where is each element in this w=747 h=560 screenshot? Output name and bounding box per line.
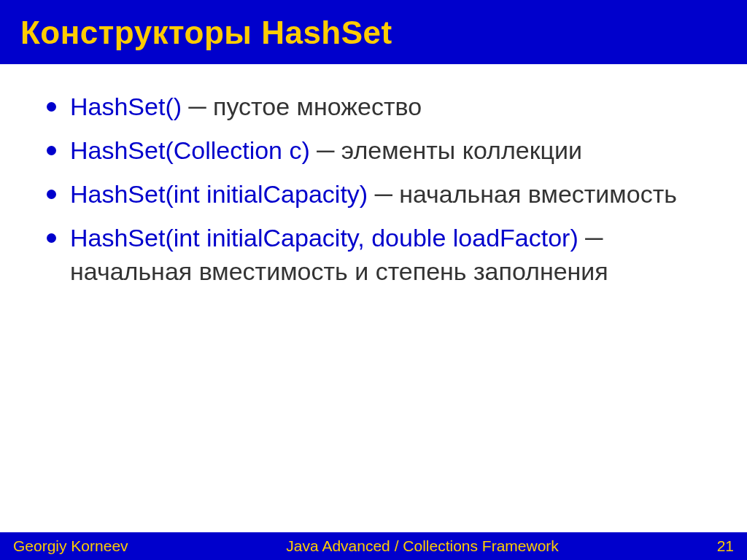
constructor-description: элементы коллекции [341,136,582,164]
slide: Конструкторы HashSet HashSet() ─ пустое … [0,0,747,560]
slide-title: Конструкторы HashSet [20,15,727,51]
footer-course: Java Advanced / Collections Framework [128,537,717,555]
bullet-item: HashSet(Collection c) ─ элементы коллекц… [41,134,706,168]
bullet-list: HashSet() ─ пустое множество HashSet(Col… [41,90,706,288]
title-bar: Конструкторы HashSet [0,0,747,64]
constructor-signature: HashSet(int initialCapacity) [70,180,368,208]
bullet-item: HashSet() ─ пустое множество [41,90,706,124]
bullet-item: HashSet(int initialCapacity) ─ начальная… [41,178,706,211]
separator-dash: ─ [189,93,206,120]
constructor-description: начальная вместимость и степень заполнен… [70,257,608,285]
constructor-description: начальная вместимость [399,180,677,208]
constructor-signature: HashSet() [70,93,182,120]
slide-content: HashSet() ─ пустое множество HashSet(Col… [0,64,747,288]
footer-page: 21 [717,537,734,555]
constructor-description: пустое множество [213,93,422,120]
bullet-item: HashSet(int initialCapacity, double load… [41,222,706,289]
footer-author: Georgiy Korneev [13,537,128,555]
constructor-signature: HashSet(Collection c) [70,136,310,164]
separator-dash: ─ [317,136,334,164]
footer-bar: Georgiy Korneev Java Advanced / Collecti… [0,532,747,560]
separator-dash: ─ [375,180,392,208]
constructor-signature: HashSet(int initialCapacity, double load… [70,224,578,252]
separator-dash: ─ [585,224,603,252]
